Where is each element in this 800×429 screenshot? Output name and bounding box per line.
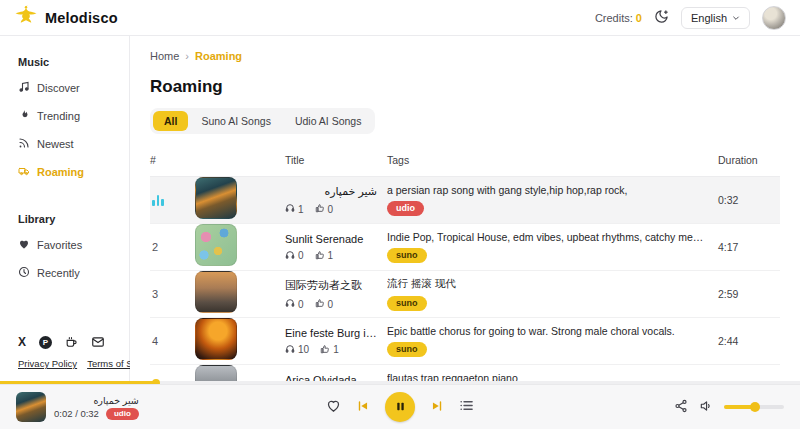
row-number: 4 (150, 335, 195, 347)
table-row[interactable]: شیر خمپاره 1 0 a persian rap song with g… (150, 177, 780, 224)
player-right-controls (674, 399, 784, 416)
songs-table: # Title Tags Duration شیر خمپاره 1 0 (150, 146, 780, 381)
table-row[interactable]: 2 Sunlit Serenade 0 1 Indie Pop, Tropica… (150, 224, 780, 271)
melodisco-app: Melodisco Credits:0 English Music (0, 0, 800, 429)
album-art[interactable] (195, 271, 237, 313)
row-number: 2 (150, 241, 195, 253)
like-count: 0 (328, 204, 334, 215)
album-art[interactable] (195, 177, 237, 219)
song-title: Eine feste Burg ist unser … (285, 327, 377, 339)
coffee-icon[interactable] (65, 336, 78, 349)
breadcrumb-home[interactable]: Home (150, 50, 179, 62)
sidebar-item-trending[interactable]: Trending (18, 109, 129, 123)
volume-handle[interactable] (750, 402, 760, 412)
heart-outline-icon (326, 398, 341, 416)
song-title: Sunlit Serenade (285, 233, 377, 245)
album-art[interactable] (195, 318, 237, 360)
queue-button[interactable] (459, 398, 474, 416)
main-content: Home › Roaming Roaming All Suno AI Songs… (130, 36, 800, 381)
table-row[interactable]: 5 Arica Olvidada 1 0 flautas trap reggae… (150, 365, 780, 381)
playback-controls (326, 392, 474, 422)
song-tags: flautas trap reggaeton piano (387, 372, 704, 381)
table-row[interactable]: 3 国际劳动者之歌 0 0 流行 摇滚 现代 suno 2:59 (150, 271, 780, 318)
van-icon (18, 165, 30, 179)
credits-display: Credits:0 (595, 12, 642, 24)
table-row[interactable]: 4 Eine feste Burg ist unser … 10 1 Epic … (150, 318, 780, 365)
credits-label: Credits: (595, 12, 633, 24)
sidebar-item-label: Discover (37, 82, 80, 94)
previous-track-button[interactable] (356, 399, 370, 416)
now-playing-badge: udio (106, 408, 139, 420)
breadcrumb-current: Roaming (195, 50, 242, 62)
col-duration: Duration (718, 154, 780, 166)
credits-value: 0 (636, 12, 642, 24)
tab-suno-ai-songs[interactable]: Suno AI Songs (190, 111, 281, 131)
share-button[interactable] (674, 399, 688, 416)
clock-icon (18, 266, 30, 280)
play-count: 0 (298, 299, 304, 310)
thumbs-up-icon (315, 298, 325, 310)
volume-slider[interactable] (724, 405, 784, 409)
app-name: Melodisco (45, 10, 118, 26)
page-title: Roaming (150, 77, 780, 97)
sidebar-item-roaming[interactable]: Roaming (18, 165, 129, 179)
col-title: Title (285, 154, 387, 166)
table-header: # Title Tags Duration (150, 146, 780, 177)
thumbs-up-icon (315, 203, 325, 215)
sidebar-item-discover[interactable]: Discover (18, 81, 129, 95)
song-stats: 1 0 (285, 203, 377, 215)
song-title: شیر خمپاره (285, 185, 377, 198)
next-icon (430, 399, 444, 416)
row-number: 3 (150, 288, 195, 300)
dove-logo-icon (14, 4, 38, 32)
song-stats: 10 1 (285, 344, 377, 356)
like-count: 0 (328, 299, 334, 310)
app-logo[interactable]: Melodisco (14, 4, 118, 32)
sidebar-section-library: Library (18, 213, 129, 225)
play-count: 10 (298, 344, 309, 355)
song-title: Arica Olvidada (285, 374, 377, 382)
song-duration: 2:44 (718, 335, 780, 347)
previous-icon (356, 399, 370, 416)
mute-button[interactable] (699, 399, 713, 416)
like-count: 1 (328, 250, 334, 261)
header-actions: Credits:0 English (595, 6, 786, 30)
queue-list-icon (459, 398, 474, 416)
privacy-policy-link[interactable]: Privacy Policy (18, 358, 77, 369)
sidebar-item-label: Favorites (37, 239, 82, 251)
sidebar-item-label: Roaming (37, 166, 84, 178)
now-playing-art[interactable] (16, 392, 46, 422)
favorite-button[interactable] (326, 398, 341, 416)
breadcrumb-separator: › (185, 50, 189, 62)
sidebar-item-newest[interactable]: Newest (18, 137, 129, 151)
song-duration: 2:59 (718, 288, 780, 300)
album-art[interactable] (195, 224, 237, 266)
email-icon[interactable] (91, 335, 105, 349)
x-twitter-icon[interactable]: X (18, 335, 26, 349)
sidebar-item-label: Trending (37, 110, 80, 122)
breadcrumb: Home › Roaming (150, 50, 780, 62)
language-selector[interactable]: English (681, 7, 750, 29)
song-tags: 流行 摇滚 现代 (387, 277, 704, 291)
speaker-icon (699, 399, 713, 416)
pause-button[interactable] (385, 392, 415, 422)
avatar[interactable] (762, 6, 786, 30)
product-hunt-icon[interactable]: P (39, 336, 52, 349)
album-art[interactable] (195, 365, 237, 381)
sidebar-item-favorites[interactable]: Favorites (18, 238, 129, 252)
song-stats: 0 0 (285, 298, 377, 310)
music-note-icon (18, 81, 30, 95)
moon-icon (654, 9, 669, 27)
source-badge: udio (387, 201, 424, 217)
song-title: 国际劳动者之歌 (285, 278, 377, 293)
dark-mode-toggle[interactable] (654, 9, 669, 27)
playback-time: 0:02 / 0:32 (54, 408, 99, 419)
song-stats: 0 1 (285, 250, 377, 262)
sidebar-item-recently[interactable]: Recently (18, 266, 129, 280)
tab-udio-ai-songs[interactable]: Udio AI Songs (284, 111, 373, 131)
tab-all[interactable]: All (153, 111, 188, 131)
next-track-button[interactable] (430, 399, 444, 416)
playing-equalizer-icon (150, 195, 195, 206)
pause-icon (395, 400, 406, 415)
flame-icon (18, 109, 30, 123)
